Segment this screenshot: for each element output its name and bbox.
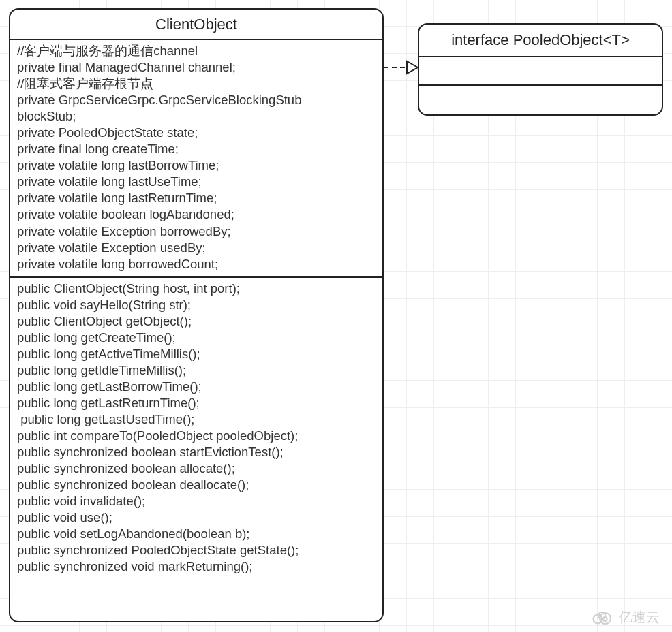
class-method-line: public synchronized PooledObjectState ge… xyxy=(17,542,376,558)
class-field-line: private volatile Exception usedBy; xyxy=(17,240,376,256)
class-field-line: private volatile long lastUseTime; xyxy=(17,174,376,190)
class-title: ClientObject xyxy=(10,10,382,40)
class-method-line: public void sayHello(String str); xyxy=(17,297,376,313)
class-method-line: public long getIdleTimeMillis(); xyxy=(17,362,376,379)
class-method-line: public void invalidate(); xyxy=(17,493,376,509)
class-method-line: public ClientObject getObject(); xyxy=(17,313,376,330)
class-fields-section: //客户端与服务器的通信channelprivate final Managed… xyxy=(10,40,382,278)
watermark-text: 亿速云 xyxy=(619,608,660,627)
interface-title: interface PooledObject<T> xyxy=(419,25,662,57)
class-method-line: public synchronized boolean deallocate()… xyxy=(17,477,376,493)
class-box-clientobject: ClientObject //客户端与服务器的通信channelprivate … xyxy=(9,8,384,622)
class-field-line: private final ManagedChannel channel; xyxy=(17,59,376,76)
class-field-line: private volatile Exception borrowedBy; xyxy=(17,223,376,240)
class-field-line: private GrpcServiceGrpc.GrpcServiceBlock… xyxy=(17,92,376,108)
diagram-canvas: ClientObject //客户端与服务器的通信channelprivate … xyxy=(0,0,672,632)
class-field-line: private final long createTime; xyxy=(17,141,376,157)
class-method-line: public long getLastReturnTime(); xyxy=(17,395,376,411)
interface-methods-section xyxy=(419,86,662,114)
class-methods-section: public ClientObject(String host, int por… xyxy=(10,278,382,580)
svg-marker-1 xyxy=(407,61,418,74)
class-method-line: public void use(); xyxy=(17,509,376,526)
class-method-line: public synchronized boolean startEvictio… xyxy=(17,444,376,460)
class-method-line: public void setLogAbandoned(boolean b); xyxy=(17,526,376,542)
class-method-line: public ClientObject(String host, int por… xyxy=(17,281,376,297)
cloud-logo-icon xyxy=(590,610,615,626)
class-method-line: public long getActiveTimeMillis(); xyxy=(17,346,376,362)
class-field-line: blockStub; xyxy=(17,108,376,125)
realization-arrow xyxy=(382,58,419,77)
class-method-line: public long getLastBorrowTime(); xyxy=(17,379,376,395)
watermark: 亿速云 xyxy=(590,608,660,627)
class-field-line: private volatile boolean logAbandoned; xyxy=(17,206,376,223)
class-method-line: public long getLastUsedTime(); xyxy=(17,411,376,428)
class-field-line: private PooledObjectState state; xyxy=(17,125,376,141)
class-field-line: //阻塞式客户端存根节点 xyxy=(17,76,376,92)
class-field-line: private volatile long lastReturnTime; xyxy=(17,190,376,206)
class-method-line: public long getCreateTime(); xyxy=(17,330,376,346)
class-box-pooledobject-interface: interface PooledObject<T> xyxy=(418,23,663,116)
class-field-line: private volatile long borrowedCount; xyxy=(17,256,376,272)
class-method-line: public synchronized void markReturning()… xyxy=(17,558,376,575)
class-method-line: public int compareTo(PooledObject pooled… xyxy=(17,428,376,444)
interface-fields-section xyxy=(419,57,662,86)
class-method-line: public synchronized boolean allocate(); xyxy=(17,460,376,477)
class-field-line: private volatile long lastBorrowTime; xyxy=(17,157,376,174)
class-field-line: //客户端与服务器的通信channel xyxy=(17,43,376,59)
